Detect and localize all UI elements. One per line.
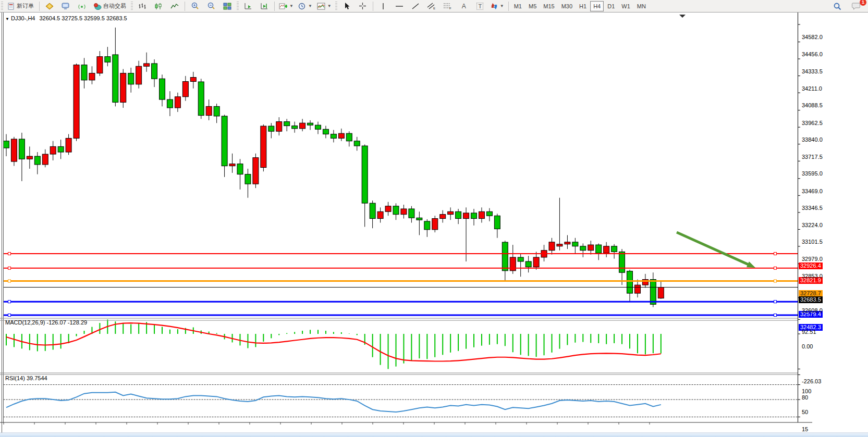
cursor-icon — [343, 2, 350, 10]
indicators-button[interactable]: ▼ — [277, 1, 296, 12]
fibonacci-icon: F — [443, 2, 452, 10]
toolbar-drag-handle — [237, 2, 239, 11]
chart-area[interactable]: 32926.432821.932728.732579.432482.332683… — [0, 13, 868, 433]
label-tool-icon: T — [476, 3, 483, 10]
arrows-tool-button[interactable]: ▼ — [488, 1, 506, 12]
zoom-in-button[interactable] — [187, 1, 203, 12]
toolbar-drag-handle — [1, 2, 3, 11]
rsi-indicator-label: RSI(14) 39.7544 — [5, 375, 47, 381]
arrows-tool-icon — [491, 3, 498, 10]
timeframe-mn-button[interactable]: MN — [634, 1, 649, 11]
new-order-icon — [8, 3, 15, 10]
chat-button[interactable]: 1 — [848, 1, 864, 12]
svg-text:E: E — [433, 7, 435, 10]
window-bottom-edge — [0, 433, 868, 437]
line-chart-icon — [170, 3, 179, 10]
separator — [39, 2, 40, 11]
chevron-down-icon: ▼ — [308, 4, 312, 8]
monitor-icon — [62, 3, 70, 10]
zoom-out-button[interactable] — [203, 1, 219, 12]
toolbar: 新订单 自动交易 — [0, 0, 868, 13]
zoom-out-icon — [207, 2, 215, 10]
svg-text:F: F — [449, 7, 451, 10]
timeframe-h4-button[interactable]: H4 — [590, 1, 604, 11]
timeframe-m5-button[interactable]: M5 — [525, 1, 540, 11]
equidistant-channel-icon: E — [427, 2, 436, 10]
cursor-button[interactable] — [339, 1, 354, 12]
label-tool-button[interactable]: T — [472, 1, 488, 12]
new-order-label: 新订单 — [17, 2, 34, 10]
trendline-icon — [411, 3, 420, 10]
chevron-down-icon: ▼ — [289, 4, 294, 8]
vertical-line-icon — [380, 3, 386, 10]
signal-icon — [78, 3, 86, 10]
gold-icon — [45, 3, 54, 10]
add-indicator-icon — [279, 3, 287, 10]
separator — [373, 2, 373, 11]
search-icon — [833, 2, 841, 10]
auto-trading-button[interactable]: 自动交易 — [90, 1, 129, 12]
separator — [274, 2, 275, 11]
bar-chart-button[interactable] — [135, 1, 150, 12]
toolbar-drag-handle — [131, 2, 133, 11]
chat-icon — [852, 2, 861, 10]
line-chart-button[interactable] — [167, 1, 182, 12]
toolbar-drag-handle — [335, 2, 337, 11]
chart-symbol: DJ30-,H4 — [11, 15, 35, 21]
fibonacci-tool-button[interactable]: F — [440, 1, 456, 12]
auto-scroll-icon — [244, 3, 252, 10]
auto-trading-label: 自动交易 — [103, 2, 126, 10]
horizontal-line-tool-button[interactable] — [392, 1, 407, 12]
template-icon — [317, 3, 325, 10]
channel-tool-button[interactable]: E — [424, 1, 439, 12]
timeframe-w1-button[interactable]: W1 — [618, 1, 633, 11]
chart-shift-button[interactable] — [256, 1, 272, 12]
crosshair-button[interactable] — [355, 1, 371, 12]
timeframe-m30-button[interactable]: M30 — [558, 1, 576, 11]
chart-ohlc-values: 32604.5 32725.5 32599.5 32683.5 — [39, 15, 127, 21]
auto-scroll-button[interactable] — [240, 1, 256, 12]
notification-badge: 1 — [860, 0, 866, 6]
horizontal-line-icon — [395, 3, 404, 10]
text-tool-button[interactable]: A — [456, 1, 472, 12]
trendline-tool-button[interactable] — [408, 1, 423, 12]
text-tool-icon: A — [462, 3, 466, 10]
separator — [185, 2, 185, 11]
collapse-caret-icon[interactable]: ▼ — [5, 17, 9, 21]
periods-button[interactable]: ▼ — [296, 1, 314, 12]
templates-button[interactable]: ▼ — [315, 1, 334, 12]
tile-windows-icon — [223, 3, 231, 10]
timeframe-m15-button[interactable]: M15 — [540, 1, 557, 11]
separator — [508, 2, 509, 11]
chart-shift-icon — [260, 3, 268, 10]
timeframe-m1-button[interactable]: M1 — [511, 1, 525, 11]
clock-icon — [298, 3, 306, 10]
timeframe-d1-button[interactable]: D1 — [604, 1, 618, 11]
market-button[interactable] — [42, 1, 57, 12]
zoom-in-icon — [191, 2, 199, 10]
search-button[interactable] — [829, 1, 845, 12]
timeframe-h1-button[interactable]: H1 — [576, 1, 590, 11]
crosshair-icon — [359, 2, 366, 10]
tile-windows-button[interactable] — [219, 1, 235, 12]
chevron-down-icon: ▼ — [500, 4, 504, 8]
new-order-button[interactable]: 新订单 — [5, 1, 37, 12]
chevron-down-icon: ▼ — [327, 4, 332, 8]
mt4-window: 新订单 自动交易 — [0, 0, 868, 437]
candlestick-icon — [154, 3, 163, 10]
macd-indicator-label: MACD(12,26,9) -126.07 -128.29 — [5, 319, 87, 326]
chart-canvas — [0, 13, 868, 437]
bar-chart-icon — [138, 3, 146, 10]
candlestick-chart-button[interactable] — [151, 1, 166, 12]
auto-trading-icon — [93, 3, 102, 10]
terminal-button[interactable] — [58, 1, 74, 12]
vertical-line-tool-button[interactable] — [375, 1, 391, 12]
chart-title: ▼ DJ30-,H432604.5 32725.5 32599.5 32683.… — [5, 15, 127, 21]
signals-button[interactable] — [74, 1, 90, 12]
